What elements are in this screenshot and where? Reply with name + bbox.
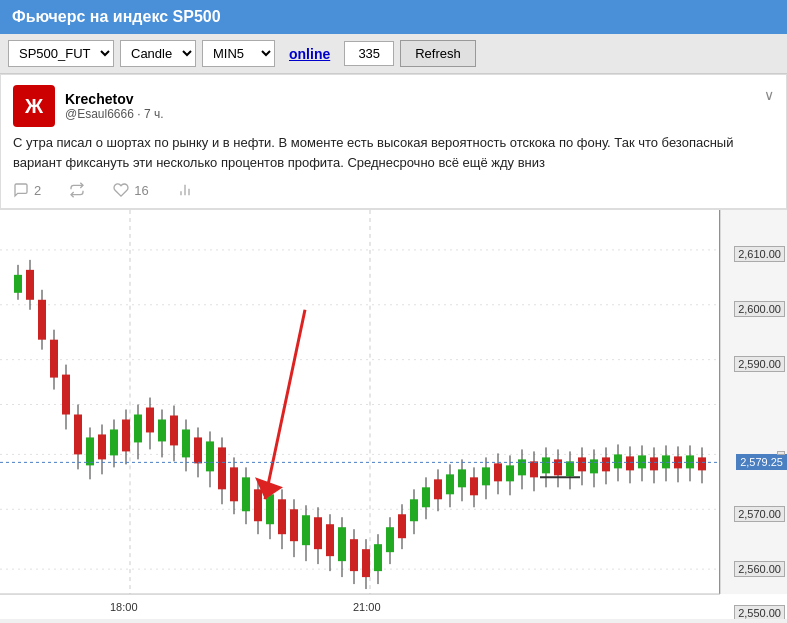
price-label-4 [777,451,785,455]
svg-rect-116 [614,454,622,468]
symbol-select[interactable]: SP500_FUT [8,40,114,67]
svg-rect-77 [386,527,394,552]
svg-rect-55 [254,489,262,521]
svg-rect-3 [0,210,787,619]
svg-rect-81 [410,499,418,521]
toolbar: SP500_FUT Candle Line Bar MIN5 MIN1 MIN1… [0,34,787,74]
svg-rect-69 [338,527,346,561]
current-price-label: 2,579.25 [736,454,787,470]
tweet-user-info: Krechetov @Esaul6666 · 7 ч. [65,91,164,121]
svg-rect-122 [650,457,658,470]
timeframe-select[interactable]: MIN5 MIN1 MIN15 [202,40,275,67]
svg-rect-118 [626,456,634,470]
svg-rect-89 [458,469,466,487]
price-label-5: 2,570.00 [734,506,785,522]
price-label-3: 2,590.00 [734,356,785,372]
svg-rect-35 [134,415,142,443]
like-icon [113,182,129,198]
svg-rect-37 [146,408,154,433]
page-title: Фьючерс на индекс SP500 [12,8,221,25]
svg-rect-25 [74,415,82,455]
svg-rect-41 [170,415,178,445]
svg-rect-43 [182,429,190,457]
online-link[interactable]: online [281,46,338,62]
svg-rect-75 [374,544,382,571]
svg-rect-97 [506,465,514,481]
svg-rect-95 [494,463,502,481]
svg-rect-83 [422,487,430,507]
svg-rect-65 [314,517,322,549]
svg-rect-33 [122,419,130,451]
time-label-1: 18:00 [110,601,138,613]
svg-rect-27 [86,437,94,465]
title-bar: Фьючерс на индекс SP500 [0,0,787,34]
svg-rect-91 [470,477,478,495]
svg-rect-106 [554,459,562,475]
svg-rect-87 [446,474,454,494]
svg-rect-63 [302,515,310,545]
svg-rect-45 [194,437,202,463]
svg-rect-67 [326,524,334,556]
svg-rect-47 [206,441,214,471]
price-label-2: 2,600.00 [734,301,785,317]
tweet-username: Krechetov [65,91,164,107]
chart-type-select[interactable]: Candle Line Bar [120,40,196,67]
price-label-6: 2,560.00 [734,561,785,577]
count-input[interactable] [344,41,394,66]
svg-rect-53 [242,477,250,511]
svg-rect-57 [266,494,274,524]
reply-icon [13,182,29,198]
svg-rect-110 [578,457,586,471]
svg-rect-130 [698,457,706,470]
price-label-7: 2,550.00 [734,605,785,619]
svg-rect-73 [362,549,370,577]
avatar: Ж [13,85,55,127]
price-label-1: 2,610.00 [734,246,785,262]
svg-rect-15 [14,275,22,293]
svg-rect-114 [602,457,610,471]
svg-rect-49 [218,447,226,489]
refresh-button[interactable]: Refresh [400,40,476,67]
svg-rect-93 [482,467,490,485]
svg-rect-101 [530,461,538,477]
svg-rect-85 [434,479,442,499]
stats-icon [177,182,193,198]
svg-rect-99 [518,459,526,475]
svg-rect-112 [590,459,598,473]
tweet-header: Ж Krechetov @Esaul6666 · 7 ч. [13,85,774,127]
svg-rect-29 [98,434,106,459]
svg-rect-61 [290,509,298,541]
svg-rect-17 [26,270,34,300]
svg-rect-59 [278,499,286,534]
svg-rect-21 [50,340,58,378]
svg-rect-23 [62,375,70,415]
svg-rect-108 [566,461,574,476]
like-action[interactable]: 16 [113,182,148,198]
chart-svg [0,210,787,619]
tweet-handle: @Esaul6666 · 7 ч. [65,107,164,121]
like-count: 16 [134,183,148,198]
time-label-2: 21:00 [353,601,381,613]
svg-rect-39 [158,419,166,441]
retweet-icon [69,182,85,198]
retweet-action[interactable] [69,182,85,198]
reply-action[interactable]: 2 [13,182,41,198]
chart-area: 2,610.00 2,600.00 2,590.00 2,579.25 2,57… [0,209,787,619]
svg-rect-71 [350,539,358,571]
reply-count: 2 [34,183,41,198]
tweet-actions: 2 16 [13,182,774,198]
svg-rect-51 [230,467,238,501]
svg-rect-79 [398,514,406,538]
svg-rect-104 [542,457,550,473]
tweet-panel: Ж Krechetov @Esaul6666 · 7 ч. С утра пис… [0,74,787,209]
tweet-expand-icon[interactable]: ∨ [764,87,774,103]
svg-rect-31 [110,429,118,455]
svg-rect-133 [720,210,787,619]
svg-rect-19 [38,300,46,340]
stats-action[interactable] [177,182,193,198]
tweet-text: С утра писал о шортах по рынку и в нефти… [13,133,774,172]
